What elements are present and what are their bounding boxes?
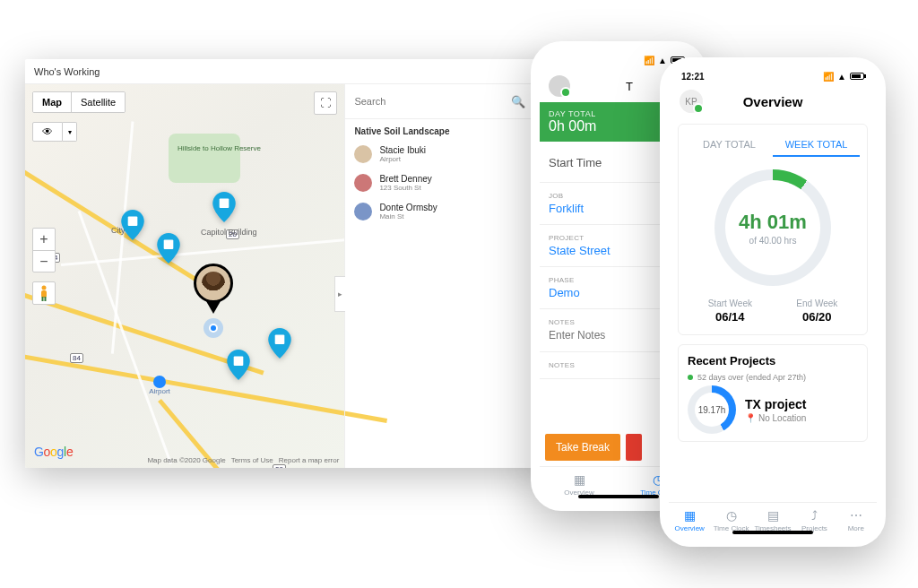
clock-icon: ◷	[726, 508, 737, 523]
svg-rect-1	[164, 239, 174, 249]
map-avatar-pin[interactable]	[194, 264, 233, 314]
map-pane[interactable]: Hillside to Hollow Reserve 184 84 20 30 …	[25, 84, 344, 468]
zoom-control: + −	[32, 228, 56, 272]
svg-rect-3	[234, 356, 244, 366]
tab-more[interactable]: ⋯More	[836, 503, 877, 538]
fullscreen-button[interactable]: ⛶	[314, 91, 337, 115]
person-location: Airport	[379, 155, 426, 163]
pegman-button[interactable]	[32, 281, 56, 305]
window-header: Who's Working ?	[25, 59, 558, 84]
map-capitol-label: Capitol Building	[201, 228, 257, 237]
home-indicator[interactable]	[578, 495, 659, 498]
wifi-icon: ▲	[658, 56, 667, 65]
person-name: Stacie Ibuki	[379, 145, 426, 155]
start-week-label: Start Week	[708, 298, 752, 308]
window-title: Who's Working	[34, 66, 100, 77]
avatar[interactable]	[549, 75, 570, 97]
person-row[interactable]: Donte OrmsbyMain St	[345, 197, 558, 226]
zoom-out-button[interactable]: −	[33, 250, 55, 272]
zoom-in-button[interactable]: +	[33, 229, 55, 250]
map-hwy-shield: 30	[273, 464, 286, 468]
map-hwy-shield: 84	[70, 353, 83, 363]
avatar	[354, 174, 372, 192]
group-title: Native Soil Landscape	[345, 119, 558, 140]
project-progress-ring: 19.17h	[688, 385, 736, 434]
svg-point-5	[42, 286, 47, 290]
map-pin[interactable]	[227, 350, 250, 380]
phone-overview: 12:21 ▲ KP Overview DAY TOTAL WEEK TOTAL…	[660, 57, 886, 547]
svg-rect-0	[128, 216, 138, 226]
recent-projects-card: Recent Projects 52 days over (ended Apr …	[678, 344, 868, 442]
grid-icon: ▦	[574, 472, 585, 487]
map-pin[interactable]	[212, 192, 236, 222]
home-indicator[interactable]	[732, 531, 813, 534]
person-name: Brett Denney	[379, 174, 431, 184]
tab-overview[interactable]: ▦Overview	[669, 503, 710, 538]
svg-rect-6	[41, 290, 47, 298]
recent-project-meta: 52 days over (ended Apr 27th)	[688, 373, 858, 382]
person-row[interactable]: Stacie IbukiAirport	[345, 140, 558, 169]
map-current-location-dot	[209, 324, 218, 333]
avatar	[354, 203, 372, 220]
toggle-day[interactable]: DAY TOTAL	[686, 134, 773, 157]
project-location: No Location	[758, 413, 806, 423]
desktop-window: Who's Working ? Hillside to Hollow Reser…	[25, 59, 558, 468]
totals-card: DAY TOTAL WEEK TOTAL 4h 01m of 40.00 hrs…	[678, 124, 868, 335]
map-road	[61, 238, 347, 266]
side-panel-collapse[interactable]: ▸	[334, 276, 345, 312]
visibility-toggle[interactable]: 👁	[32, 122, 63, 142]
end-week-label: End Week	[796, 298, 837, 308]
wifi-icon: ▲	[837, 72, 846, 82]
recent-project-row[interactable]: 19.17h TX project 📍No Location	[688, 385, 858, 434]
recent-projects-title: Recent Projects	[688, 354, 858, 368]
more-icon: ⋯	[850, 508, 862, 523]
google-logo: Google	[34, 445, 73, 459]
person-name: Donte Ormsby	[379, 203, 437, 212]
person-location: Main St	[379, 212, 437, 220]
ring-value: 4h 01m	[739, 211, 807, 234]
status-bar: 12:21 ▲	[669, 66, 877, 86]
grid-icon: ▦	[684, 508, 696, 523]
map-report-link[interactable]: Report a map error	[279, 456, 340, 464]
take-break-button[interactable]: Take Break	[545, 434, 620, 461]
projects-icon: ⤴	[811, 508, 818, 523]
sheet-icon: ▤	[767, 508, 779, 523]
map-road	[25, 353, 387, 423]
map-pin[interactable]	[121, 210, 144, 240]
map-type-satellite[interactable]: Satellite	[71, 92, 125, 112]
status-dot-icon	[688, 375, 693, 380]
ring-sub: of 40.00 hrs	[739, 236, 807, 246]
person-row[interactable]: Brett Denney123 South St	[345, 169, 558, 197]
search-icon[interactable]: 🔍	[511, 95, 525, 108]
project-hours: 19.17h	[698, 405, 726, 415]
map-pin[interactable]	[157, 233, 180, 264]
screen-title: Overview	[703, 94, 843, 109]
map-type-map[interactable]: Map	[33, 92, 71, 112]
map-data-label: Map data ©2020 Google	[147, 456, 225, 464]
project-name: TX project	[745, 397, 806, 411]
map-terms-link[interactable]: Terms of Use	[231, 456, 273, 464]
svg-rect-8	[45, 297, 47, 301]
status-time: 12:21	[681, 72, 705, 82]
avatar	[354, 145, 372, 163]
map-type-toggle[interactable]: Map Satellite	[32, 91, 126, 113]
battery-icon	[850, 73, 864, 80]
svg-rect-7	[42, 297, 44, 301]
toggle-week[interactable]: WEEK TOTAL	[773, 134, 860, 157]
map-park	[169, 134, 240, 183]
avatar[interactable]: KP	[680, 90, 703, 113]
map-pin[interactable]	[268, 328, 291, 359]
person-location: 123 South St	[379, 184, 431, 192]
signal-icon	[823, 72, 834, 82]
totals-toggle: DAY TOTAL WEEK TOTAL	[686, 134, 860, 157]
progress-ring: 4h 01m of 40.00 hrs	[714, 169, 831, 286]
search-input[interactable]	[352, 92, 506, 110]
map-park-label: Hillside to Hollow Reserve	[178, 145, 261, 153]
stop-button[interactable]	[626, 434, 642, 461]
start-week-value: 06/14	[708, 310, 752, 324]
location-pin-icon: 📍	[745, 413, 756, 423]
visibility-dropdown[interactable]: ▾	[63, 122, 77, 142]
signal-icon	[644, 56, 654, 65]
svg-rect-2	[220, 198, 230, 208]
airport-label: Airport	[149, 387, 170, 395]
